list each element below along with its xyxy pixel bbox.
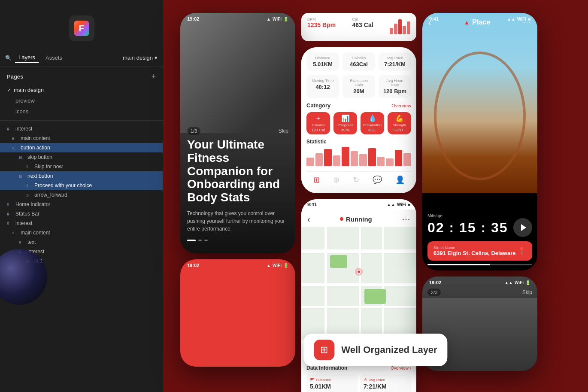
mountain-icon: ▲ (464, 19, 470, 26)
progress-cat[interactable]: 📊 Proggress 35 % (333, 112, 357, 134)
column-1: 19:02 ▲ WiFi 🔋 1/3 Skip Your Ultimate Fi… (180, 13, 295, 367)
street-card: Street Name 6391 Elgin St. Celina, Delaw… (427, 241, 532, 261)
signal-icon: ▲ (267, 17, 271, 21)
phone-red-screen: 19:02 ▲ WiFi 🔋 (180, 259, 295, 367)
layer-card-text: Well Organized Layer (341, 344, 437, 356)
search-icon[interactable]: 🔍 (5, 55, 12, 61)
battery-3: ■ (408, 202, 410, 207)
status-time-6: 19:02 (429, 280, 441, 285)
page-icons[interactable]: icons (0, 106, 163, 117)
layer-next-button[interactable]: ⊟ next button (0, 171, 163, 181)
hash-icon: # (7, 202, 12, 207)
street-label: Street Name (433, 246, 518, 250)
signal-icon-5: ▲ (267, 263, 271, 268)
lines-icon: ≡ (12, 231, 17, 235)
distance-stat: Distance 5.01KM (306, 52, 339, 71)
layer-main-content-1[interactable]: ≡ main content (0, 134, 163, 143)
diamond-icon: ◇ (26, 193, 31, 198)
layers-tab[interactable]: Layers (15, 52, 39, 63)
page-preview[interactable]: preview (0, 95, 163, 106)
heart-rate-stat: Avg Heart Rate 120 Bpm (379, 75, 411, 98)
strength-icon: 💪 (395, 114, 404, 122)
phone-place: 9:41 ▲▲ WiFi ■ ‹ ▲ Place ⋯ (422, 13, 537, 270)
pagination-1: 1/3 Skip (187, 127, 288, 135)
hash-icon: # (7, 127, 12, 131)
layer-interest-2[interactable]: # interest (0, 219, 163, 228)
more-button[interactable]: ⋯ (402, 214, 410, 224)
status-bar-1: 19:02 ▲ WiFi 🔋 (180, 13, 295, 25)
column-3: 9:41 ▲▲ WiFi ■ ‹ ▲ Place ⋯ (422, 13, 537, 371)
statistic-title: Statistic (306, 139, 411, 145)
pages-header: Pages + (0, 67, 163, 85)
dot-2 (198, 240, 202, 241)
layer-status-bar[interactable]: # Status Bar (0, 209, 163, 219)
layer-arrow-forward[interactable]: ◇ arrow_forward (0, 190, 163, 200)
layer-button-action[interactable]: ≡ button action (0, 143, 163, 152)
strength-cat[interactable]: 💪 Strength 527OT (388, 112, 411, 134)
dehydration-cat[interactable]: 💧 Dehydration 332L (361, 112, 384, 134)
skip-button-1[interactable]: Skip (279, 128, 288, 134)
add-page-button[interactable]: + (151, 72, 156, 81)
dot-1 (187, 240, 196, 241)
pace-value: 7:21/KM (382, 61, 408, 67)
street-info: Street Name 6391 Elgin St. Celina, Delaw… (433, 246, 518, 256)
more-place-button[interactable]: ⋯ (523, 17, 531, 27)
cal-value: 463 Cal (352, 21, 373, 28)
layer-text[interactable]: ≡ text (0, 237, 163, 247)
layer-proceed-text[interactable]: T Proceed with your choice (0, 181, 163, 190)
layer-skip-for-now[interactable]: T Skip for now (0, 162, 163, 171)
overview-btn[interactable]: Overview › (391, 366, 411, 371)
back-button[interactable]: ‹ (307, 214, 310, 224)
running-indicator (340, 217, 343, 221)
status-bar-6: 19:02 ▲▲ WiFi 🔋 (422, 277, 537, 289)
onboarding-description-1: Technology that gives you control over p… (187, 210, 288, 233)
home-nav[interactable]: ⊞ (313, 175, 320, 185)
overview-link[interactable]: Overview (391, 103, 411, 108)
flag-icon: 🚩 (310, 378, 315, 382)
page-number-6: 2/3 (427, 289, 441, 296)
profile-nav[interactable]: 👤 (395, 175, 405, 185)
place-bottom: Mileage 02 : 15 : 35 Street Name (422, 208, 537, 270)
layer-home-indicator[interactable]: # Home Indicator (0, 200, 163, 209)
assets-tab[interactable]: Assets (42, 53, 66, 63)
onboarding-content-1: 1/3 Skip Your Ultimate Fitness Companion… (180, 120, 295, 253)
hash-icon: # (7, 221, 12, 226)
map-nav[interactable]: ⊕ (333, 175, 339, 185)
page-main-design[interactable]: ✓ main design (0, 85, 163, 95)
distance-value: 5.01KM (310, 61, 336, 67)
top-stats-row: BPM 1235 Bpm Cal 463 Cal (307, 17, 410, 34)
top-stats-row-2: Distance 5.01KM Calories 463Cal Avg Pace… (306, 52, 411, 71)
athlete-image (180, 13, 295, 133)
pages-title: Pages (7, 73, 23, 80)
wifi-3: WiFi (397, 202, 406, 207)
panel-tabs: 🔍 Layers Assets main design ▾ (0, 49, 163, 67)
eval-gain-value: 20M (346, 88, 372, 94)
calories-cat[interactable]: + Calories 123 Cal (306, 112, 330, 134)
bars-icon: ⊟ (19, 155, 24, 160)
hash-icon: # (7, 212, 12, 216)
progress-bar (427, 264, 532, 265)
battery-icon: 🔋 (283, 17, 288, 21)
page-number-1: 1/3 (187, 127, 200, 135)
layer-skip-button[interactable]: ⊟ skip button (0, 152, 163, 162)
distance-cell: 🚩 Distance 5.01KM (306, 374, 358, 392)
calories-icon: + (316, 115, 320, 122)
activity-nav[interactable]: ↻ (353, 175, 359, 185)
category-title: Category (306, 102, 330, 109)
mileage-time-row: 02 : 15 : 35 (427, 218, 532, 237)
avg-pace-cell: ⏱ Avg Pace 7:21/KM (360, 374, 411, 392)
mileage-section: Mileage 02 : 15 : 35 (427, 213, 532, 237)
distance-cell-value: 5.01KM (310, 383, 354, 390)
moving-time-stat: Moving Time 40:12 (306, 75, 339, 98)
phones-layout: 19:02 ▲ WiFi 🔋 1/3 Skip Your Ultimate Fi… (172, 9, 579, 383)
figma-logo: F (74, 21, 89, 36)
figma-icon: F (69, 15, 94, 41)
chat-nav[interactable]: 💬 (373, 175, 382, 185)
layer-main-content-2[interactable]: ≡ main content (0, 228, 163, 237)
statistic-chart (306, 146, 411, 168)
back-place-button[interactable]: ‹ (428, 18, 431, 27)
skip-button-6[interactable]: Skip (522, 289, 532, 295)
layers-stack-icon: ⊞ (320, 344, 328, 356)
play-button[interactable] (513, 218, 532, 237)
layer-interest-1[interactable]: # interest (0, 124, 163, 134)
